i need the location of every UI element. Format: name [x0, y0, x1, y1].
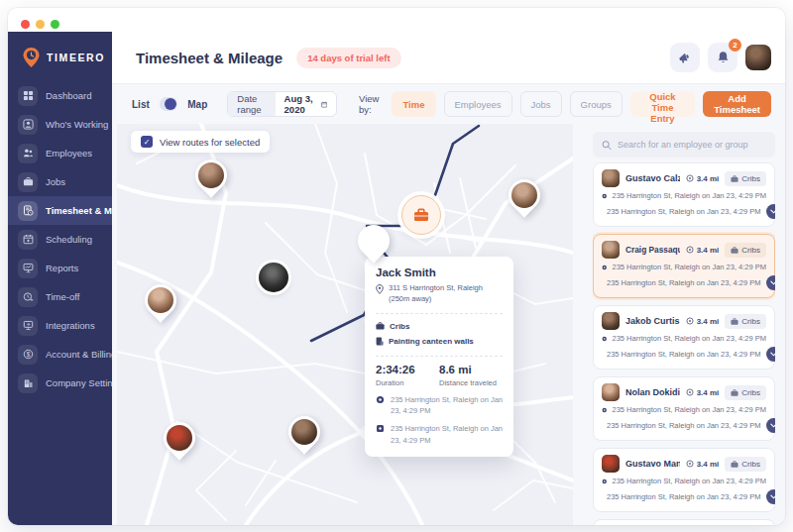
- divider: [376, 313, 503, 314]
- minimize-window-button[interactable]: [36, 20, 45, 29]
- chevron-down-icon: [770, 423, 775, 428]
- avatar: [291, 419, 317, 445]
- job-location-marker[interactable]: [401, 195, 441, 235]
- notifications-button[interactable]: 2: [708, 43, 737, 72]
- briefcase-icon: [731, 175, 738, 182]
- trip-end-text: 235 Harrington St, Raleigh on Jan 23, 4:…: [607, 421, 761, 430]
- job-badge: Cribs: [725, 385, 766, 400]
- reports-icon: [18, 259, 38, 278]
- employee-list: Gustavo Calzoni 3.4 mi Cribs 235 Harring…: [593, 162, 775, 525]
- sidebar-item-time-off[interactable]: Time-off: [8, 282, 112, 311]
- sidebar-item-scheduling[interactable]: Scheduling: [8, 225, 112, 254]
- integrations-icon: [18, 316, 38, 336]
- employee-search[interactable]: [593, 132, 775, 158]
- sidebar-item-jobs[interactable]: Jobs: [8, 167, 112, 196]
- sidebar-item-reports[interactable]: Reports: [8, 254, 112, 282]
- avatar: [602, 241, 620, 259]
- sidebar-item-dashboard[interactable]: Dashboard: [8, 81, 112, 110]
- briefcase-icon: [376, 322, 385, 330]
- list-toggle-label[interactable]: List: [132, 99, 150, 110]
- popup-employee-name: Jack Smith: [376, 266, 503, 278]
- map[interactable]: ✓ View routes for selected: [117, 124, 573, 525]
- toggle-knob: [165, 98, 176, 110]
- trip-start-icon: [602, 264, 607, 271]
- date-range-picker[interactable]: Date range Aug 3, 2020: [227, 91, 337, 117]
- titlebar: [8, 8, 785, 32]
- mileage-icon: [686, 460, 694, 468]
- trip-start-icon: [376, 395, 385, 404]
- svg-text:$: $: [26, 351, 30, 358]
- trip-start-text: 235 Harrington St, Raleigh on Jan 23, 4:…: [612, 334, 766, 343]
- sidebar: TIMEERO Dashboard Who's Working Employee…: [8, 32, 112, 525]
- view-routes-checkbox[interactable]: ✓ View routes for selected: [131, 131, 270, 153]
- sidebar-item-employees[interactable]: Employees: [8, 139, 112, 167]
- sidebar-item-timesheet-mileage[interactable]: Timesheet & Mileage: [8, 196, 112, 225]
- employee-card-selected[interactable]: Craig Passaquindici Arcand 3.4 mi Cribs …: [593, 234, 775, 298]
- scheduling-icon: [18, 230, 38, 250]
- timeero-pin-logo-icon: [23, 48, 40, 67]
- chevron-down-icon: [770, 352, 775, 357]
- user-avatar[interactable]: [745, 45, 771, 70]
- time-off-icon: [18, 287, 38, 307]
- mileage-icon: [686, 246, 694, 254]
- popup-address: 311 S Harrington St, Raleigh (250m away): [389, 283, 503, 305]
- page-title: Timesheet & Mileage: [136, 50, 283, 66]
- employee-name: Gustavo Mango: [625, 459, 680, 469]
- popup-distance-label: Distance traveled: [439, 378, 503, 387]
- add-timesheet-button[interactable]: Add Timesheet: [703, 91, 771, 117]
- announcements-button[interactable]: [670, 43, 700, 72]
- bell-icon: [717, 51, 730, 64]
- map-toggle-label[interactable]: Map: [187, 99, 207, 110]
- logo-text: TIMEERO: [47, 52, 105, 63]
- employee-card[interactable]: Gustavo Calzoni 3.4 mi Cribs 235 Harring…: [593, 162, 775, 227]
- avatar: [198, 162, 224, 188]
- view-by-groups-button[interactable]: Groups: [570, 91, 623, 117]
- employee-card[interactable]: Jakob Curtis 3.4 mi Cribs 235 Harrington…: [593, 305, 775, 370]
- briefcase-icon: [731, 247, 738, 254]
- expand-card-button[interactable]: [766, 418, 775, 433]
- trip-start-icon: [602, 406, 607, 414]
- main-area: Timesheet & Mileage 14 days of trial lef…: [112, 32, 785, 525]
- popup-job-name: Cribs: [390, 321, 409, 333]
- employee-card[interactable]: Ryan Levin 3.4 mi Cribs 235 Harrington S…: [593, 519, 775, 525]
- sidebar-item-whos-working[interactable]: Who's Working: [8, 110, 112, 139]
- view-by-time-button[interactable]: Time: [392, 91, 435, 117]
- trip-start-icon: [602, 335, 607, 343]
- expand-card-button[interactable]: [766, 489, 775, 504]
- app-window: TIMEERO Dashboard Who's Working Employee…: [8, 8, 785, 525]
- checkbox-checked-icon: ✓: [141, 136, 153, 148]
- sidebar-item-account-billing[interactable]: $ Account & Billing: [8, 340, 112, 369]
- list-map-toggle[interactable]: [160, 97, 178, 111]
- expand-card-button[interactable]: [766, 275, 775, 290]
- job-badge: Cribs: [725, 314, 766, 329]
- map-avatar-employee[interactable]: [259, 263, 288, 292]
- zoom-window-button[interactable]: [51, 20, 59, 29]
- sidebar-item-integrations[interactable]: Integrations: [8, 311, 112, 340]
- trip-end-text: 235 Harrington St, Raleigh on Jan 23, 4:…: [607, 278, 761, 287]
- avatar: [167, 425, 192, 451]
- whos-working-icon: [18, 115, 38, 135]
- divider: [376, 356, 503, 357]
- company-settings-icon: [18, 373, 38, 393]
- chevron-down-icon: [770, 494, 775, 499]
- calendar-icon: [321, 99, 327, 110]
- view-by-jobs-button[interactable]: Jobs: [520, 91, 562, 117]
- expand-card-button[interactable]: [766, 347, 775, 362]
- close-window-button[interactable]: [21, 20, 30, 29]
- view-routes-label: View routes for selected: [160, 137, 260, 148]
- date-range-label: Date range: [228, 92, 275, 116]
- employee-popup: Jack Smith 311 S Harrington St, Raleigh …: [365, 257, 513, 457]
- employee-distance: 3.4 mi: [697, 246, 720, 255]
- view-by-employees-button[interactable]: Employees: [444, 91, 512, 117]
- search-input[interactable]: [618, 140, 766, 150]
- page-header: Timesheet & Mileage 14 days of trial lef…: [112, 32, 785, 84]
- avatar: [511, 182, 537, 208]
- popup-distance-value: 8.6 mi: [439, 364, 503, 375]
- expand-card-button[interactable]: [766, 204, 775, 219]
- employee-card[interactable]: Gustavo Mango 3.4 mi Cribs 235 Harringto…: [593, 448, 775, 512]
- location-pin-icon: [376, 284, 384, 294]
- employee-card[interactable]: Nolan Dokidis 3.4 mi Cribs 235 Harringto…: [593, 376, 775, 441]
- quick-time-entry-button[interactable]: Quick Time Entry: [630, 91, 695, 117]
- sidebar-item-company-settings[interactable]: Company Settings: [8, 369, 112, 397]
- timesheet-mileage-icon: [18, 201, 38, 221]
